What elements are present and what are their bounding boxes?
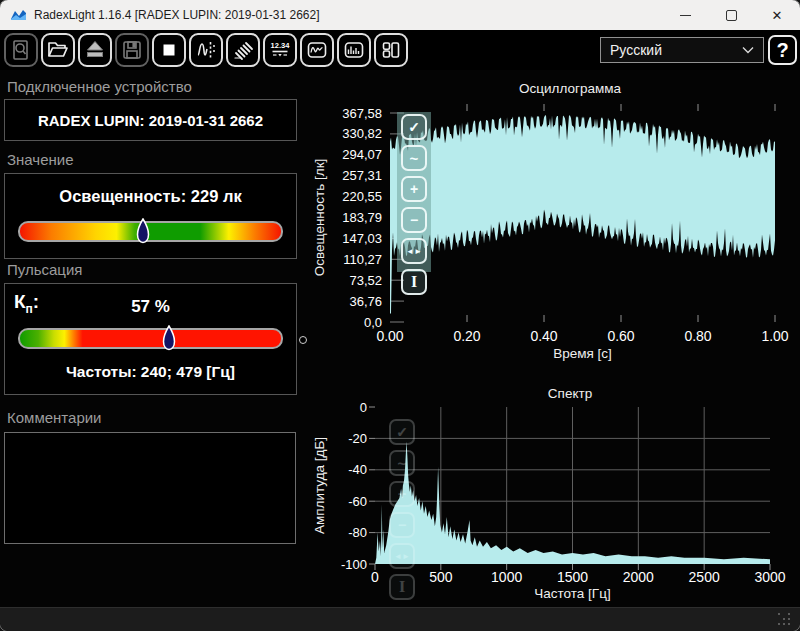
stop-button[interactable] — [152, 33, 186, 67]
app-logo-icon — [10, 8, 27, 23]
preview-button[interactable] — [4, 33, 38, 67]
chart-tool-autoscale-button[interactable]: ~ — [389, 450, 415, 476]
spectrum-chart: Спектр 0500100015002000250030000-20-40-6… — [310, 385, 800, 611]
svg-text:257,31: 257,31 — [342, 168, 382, 183]
svg-text:147,03: 147,03 — [342, 231, 382, 246]
value-box: Освещенность: 229 лк — [4, 173, 297, 259]
pulsation-panel-label: Пульсация — [7, 261, 82, 278]
chart-toolbar: ✓~+−◄►I — [401, 114, 427, 295]
svg-text:3000: 3000 — [754, 569, 785, 585]
measurement-button[interactable] — [189, 33, 223, 67]
svg-text:0.60: 0.60 — [607, 328, 634, 344]
splitter-handle[interactable] — [299, 336, 307, 344]
maximize-button[interactable] — [708, 0, 754, 30]
device-name: RADEX LUPIN: 2019-01-31 2662 — [38, 112, 263, 129]
language-select[interactable]: Русский — [600, 37, 764, 63]
comments-panel-label: Комментарии — [7, 409, 101, 426]
svg-text:Частота [Гц]: Частота [Гц] — [534, 586, 610, 601]
oscillogram-view-button[interactable] — [300, 33, 334, 67]
layout-icon — [379, 38, 403, 62]
stop-icon — [157, 38, 181, 62]
illuminance-reading: Освещенность: 229 лк — [5, 187, 296, 206]
app-window: RadexLight 1.16.4 [RADEX LUPIN: 2019-01-… — [0, 0, 800, 631]
digital-view-button[interactable]: 12.34 — [263, 33, 297, 67]
svg-text:1.00: 1.00 — [761, 328, 788, 344]
svg-text:330,82: 330,82 — [342, 126, 382, 141]
window-title: RadexLight 1.16.4 [RADEX LUPIN: 2019-01-… — [34, 8, 320, 22]
svg-text:500: 500 — [429, 569, 453, 585]
maximize-icon — [726, 10, 737, 21]
minimize-button[interactable] — [662, 0, 708, 30]
title-bar[interactable]: RadexLight 1.16.4 [RADEX LUPIN: 2019-01-… — [0, 0, 800, 30]
spectrum-icon — [342, 38, 366, 62]
open-folder-icon — [46, 38, 70, 62]
svg-text:12.34: 12.34 — [271, 41, 291, 50]
oscillogram-plot[interactable]: 0.000.200.400.600.801.00367,58330,82294,… — [310, 80, 800, 382]
chart-tool-autoscale-button[interactable]: ~ — [401, 145, 427, 171]
frequencies-text: Частоты: 240; 479 [Гц] — [5, 363, 296, 381]
chart-tool-cursor-button[interactable]: I — [401, 269, 427, 295]
read-device-button[interactable] — [78, 33, 112, 67]
chart-tool-fit-horizontal-button[interactable]: ◄► — [401, 238, 427, 264]
language-value: Русский — [610, 42, 662, 58]
svg-text:0.00: 0.00 — [376, 328, 403, 344]
pulsation-marker — [162, 325, 176, 353]
svg-text:73,52: 73,52 — [349, 273, 382, 288]
status-bar — [0, 607, 800, 631]
chart-tool-fit-horizontal-button[interactable]: ◄► — [389, 543, 415, 569]
save-icon — [120, 38, 144, 62]
svg-text:1000: 1000 — [491, 569, 522, 585]
close-button[interactable]: ✕ — [754, 0, 800, 30]
preview-icon — [9, 38, 33, 62]
svg-text:0.80: 0.80 — [684, 328, 711, 344]
svg-text:-20: -20 — [348, 431, 367, 446]
svg-text:-100: -100 — [341, 557, 367, 572]
open-file-button[interactable] — [41, 33, 75, 67]
svg-text:-60: -60 — [348, 494, 367, 509]
chevron-down-icon — [742, 46, 754, 54]
svg-text:110,27: 110,27 — [343, 252, 382, 267]
resize-grip[interactable] — [778, 613, 791, 626]
help-button[interactable]: ? — [768, 35, 797, 65]
comments-input[interactable] — [4, 432, 296, 544]
svg-text:Освещенность [лк]: Освещенность [лк] — [312, 159, 327, 277]
layout-view-button[interactable] — [374, 33, 408, 67]
svg-text:36,76: 36,76 — [349, 294, 382, 309]
svg-text:2000: 2000 — [623, 569, 654, 585]
svg-text:0.20: 0.20 — [453, 328, 480, 344]
chart-tool-zoom-in-button[interactable]: + — [401, 176, 427, 202]
eject-icon — [83, 38, 107, 62]
chart-tool-cursor-button[interactable]: I — [389, 574, 415, 600]
save-button[interactable] — [115, 33, 149, 67]
chart-tool-zoom-in-button[interactable]: + — [389, 481, 415, 507]
pulsation-value: 57 % — [5, 297, 296, 317]
oscillogram-chart: Осциллограмма 0.000.200.400.600.801.0036… — [310, 80, 800, 382]
pulse-measure-icon — [194, 38, 218, 62]
svg-text:0,0: 0,0 — [364, 315, 382, 330]
illuminance-marker — [136, 218, 150, 246]
oscillogram-icon — [305, 38, 329, 62]
spectrum-view-button[interactable] — [337, 33, 371, 67]
value-panel-label: Значение — [7, 151, 74, 168]
chart-toolbar: ✓~+−◄►I — [389, 419, 415, 600]
device-panel-label: Подключенное устройство — [7, 78, 192, 95]
digital-display-icon: 12.34 — [268, 38, 292, 62]
spectrum-plot[interactable]: 0500100015002000250030000-20-40-60-80-10… — [310, 385, 800, 611]
chart-tool-zoom-out-button[interactable]: − — [389, 512, 415, 538]
clear-button[interactable] — [226, 33, 260, 67]
chart-tool-zoom-out-button[interactable]: − — [401, 207, 427, 233]
svg-text:2500: 2500 — [689, 569, 720, 585]
close-icon: ✕ — [772, 8, 783, 23]
svg-text:Амплитуда [дБ]: Амплитуда [дБ] — [312, 437, 327, 534]
minimize-icon — [680, 15, 691, 16]
chart-tool-select-button[interactable]: ✓ — [401, 114, 427, 140]
device-box: RADEX LUPIN: 2019-01-31 2662 — [4, 99, 297, 141]
svg-text:1500: 1500 — [557, 569, 588, 585]
svg-text:0: 0 — [371, 569, 379, 585]
chart-tool-select-button[interactable]: ✓ — [389, 419, 415, 445]
svg-text:367,58: 367,58 — [342, 106, 382, 121]
svg-text:Время [с]: Время [с] — [553, 346, 612, 361]
help-icon: ? — [776, 39, 788, 62]
svg-text:183,79: 183,79 — [342, 210, 382, 225]
svg-text:294,07: 294,07 — [342, 147, 382, 162]
